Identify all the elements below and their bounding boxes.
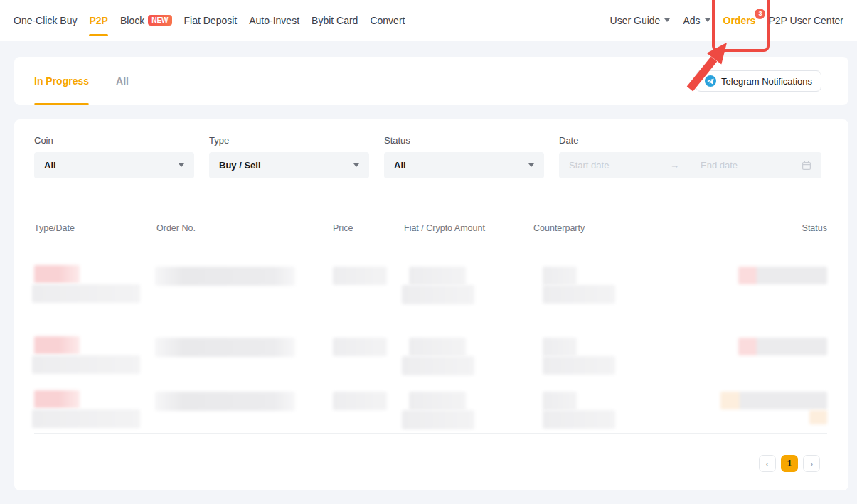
start-date-input[interactable]	[569, 160, 653, 171]
redacted-status-cell	[720, 392, 827, 409]
redacted-type-cell	[34, 390, 80, 408]
annotation-highlight-rect	[712, 0, 770, 52]
new-badge: NEW	[148, 15, 171, 26]
nav-p2p[interactable]: P2P	[89, 0, 107, 41]
redacted-price-cell	[333, 267, 387, 285]
redacted-date-cell	[32, 355, 140, 374]
redacted-status-tag	[809, 410, 827, 424]
date-range-arrow-icon: →	[670, 160, 679, 171]
coin-select[interactable]: All	[34, 152, 194, 178]
nav-user-guide[interactable]: User Guide	[610, 0, 671, 41]
col-counterparty: Counterparty	[533, 223, 585, 233]
redacted-price-cell	[333, 392, 387, 410]
redacted-fiat-cell	[409, 338, 466, 356]
redacted-date-cell	[32, 284, 140, 303]
status-select[interactable]: All	[384, 152, 544, 178]
orders-table-header: Type/Date Order No. Price Fiat / Crypto …	[14, 223, 848, 237]
chevron-down-icon	[664, 18, 670, 22]
type-select-value: Buy / Sell	[219, 160, 261, 171]
redacted-crypto-cell	[402, 285, 474, 304]
redacted-order-no-cell	[155, 392, 295, 411]
pagination: ‹ 1 ›	[759, 455, 820, 472]
nav-block-label: Block	[120, 15, 144, 26]
redacted-fiat-cell	[409, 392, 466, 410]
chevron-down-icon	[179, 163, 184, 167]
chevron-down-icon	[705, 18, 710, 22]
redacted-counterparty-cell	[543, 392, 577, 410]
nav-ads[interactable]: Ads	[683, 0, 710, 41]
nav-fiat-deposit[interactable]: Fiat Deposit	[184, 0, 238, 41]
top-navigation: One-Click Buy P2P Block NEW Fiat Deposit…	[0, 0, 857, 41]
coin-filter-label: Coin	[34, 135, 53, 146]
tab-all[interactable]: All	[116, 57, 129, 105]
telegram-icon	[705, 75, 716, 87]
end-date-input[interactable]	[701, 160, 784, 171]
date-range-picker[interactable]: →	[559, 152, 821, 178]
filter-date: Date →	[559, 135, 578, 146]
redacted-date-cell	[32, 409, 140, 428]
redacted-status-cell	[738, 267, 827, 284]
order-row-redacted	[14, 336, 848, 375]
telegram-notifications-button[interactable]: Telegram Notifications	[696, 70, 821, 92]
primary-nav: One-Click Buy P2P Block NEW Fiat Deposit…	[14, 0, 405, 41]
redacted-type-cell	[34, 336, 80, 354]
tabs-card: In Progress All Telegram Notifications	[14, 57, 848, 105]
order-tabs: In Progress All	[34, 57, 129, 105]
order-row-redacted	[14, 390, 848, 429]
col-type-date: Type/Date	[34, 223, 75, 233]
calendar-icon[interactable]	[802, 161, 811, 171]
nav-orders-label: Orders	[723, 15, 756, 26]
table-bottom-divider	[34, 433, 827, 434]
status-select-value: All	[394, 160, 406, 171]
redacted-order-no-cell	[155, 338, 295, 357]
filter-type: Type Buy / Sell	[209, 135, 229, 146]
col-order-no: Order No.	[156, 223, 196, 233]
redacted-status-cell	[738, 338, 827, 355]
nav-convert[interactable]: Convert	[370, 0, 405, 41]
nav-one-click-buy[interactable]: One-Click Buy	[14, 0, 77, 41]
col-price: Price	[333, 223, 353, 233]
redacted-crypto-cell	[402, 356, 474, 375]
chevron-down-icon	[528, 163, 534, 167]
redacted-price-cell	[333, 338, 387, 356]
redacted-counterparty-cell	[543, 285, 615, 304]
telegram-notifications-label: Telegram Notifications	[721, 76, 812, 87]
col-fiat-crypto: Fiat / Crypto Amount	[404, 223, 485, 233]
nav-orders[interactable]: Orders 3	[723, 0, 756, 41]
order-row-redacted	[14, 265, 848, 304]
page-1-button[interactable]: 1	[781, 455, 798, 472]
type-select[interactable]: Buy / Sell	[209, 152, 369, 178]
redacted-type-cell	[34, 265, 80, 283]
redacted-counterparty-cell	[543, 356, 615, 375]
filter-status: Status All	[384, 135, 410, 146]
prev-page-button[interactable]: ‹	[759, 455, 776, 472]
orders-card: Coin All Type Buy / Sell Status All Date	[14, 119, 848, 490]
nav-user-guide-label: User Guide	[610, 15, 661, 26]
col-status: Status	[802, 223, 827, 233]
nav-p2p-user-center[interactable]: P2P User Center	[768, 0, 843, 41]
p2p-orders-page: One-Click Buy P2P Block NEW Fiat Deposit…	[0, 0, 857, 504]
redacted-crypto-cell	[402, 410, 474, 429]
redacted-counterparty-cell	[543, 267, 577, 285]
date-filter-label: Date	[559, 135, 578, 146]
nav-bybit-card[interactable]: Bybit Card	[312, 0, 358, 41]
status-filter-label: Status	[384, 135, 410, 146]
orders-count-badge: 3	[755, 9, 765, 19]
chevron-down-icon	[353, 163, 359, 167]
type-filter-label: Type	[209, 135, 229, 146]
secondary-nav: User Guide Ads Orders 3 P2P User Center	[610, 0, 843, 41]
tab-in-progress[interactable]: In Progress	[34, 57, 89, 105]
redacted-order-no-cell	[155, 267, 295, 286]
next-page-button[interactable]: ›	[803, 455, 820, 472]
nav-block[interactable]: Block NEW	[120, 0, 172, 41]
nav-ads-label: Ads	[683, 15, 700, 26]
nav-auto-invest[interactable]: Auto-Invest	[249, 0, 299, 41]
redacted-counterparty-cell	[543, 410, 615, 429]
redacted-counterparty-cell	[543, 338, 577, 356]
redacted-fiat-cell	[409, 267, 466, 285]
filter-coin: Coin All	[34, 135, 53, 146]
coin-select-value: All	[44, 160, 56, 171]
